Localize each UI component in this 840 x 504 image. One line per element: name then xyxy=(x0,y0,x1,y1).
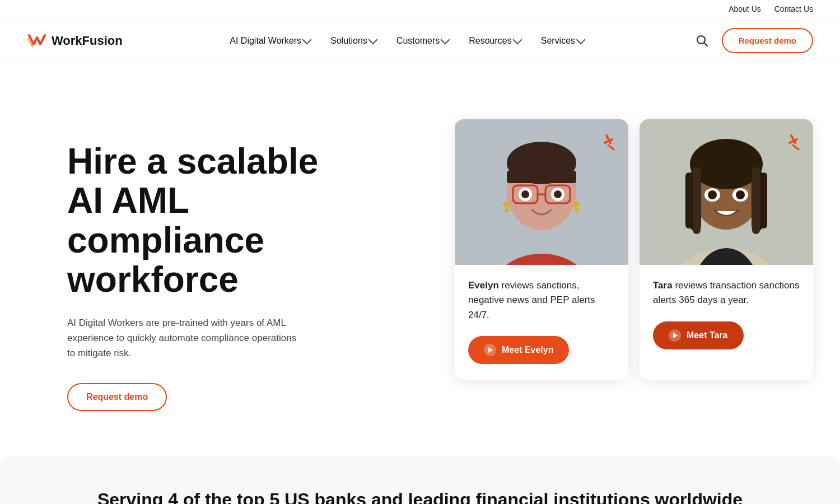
svg-point-39 xyxy=(708,190,717,199)
about-us-link[interactable]: About Us xyxy=(729,4,761,13)
search-icon xyxy=(696,35,708,47)
sparks-decoration-tara xyxy=(772,133,800,163)
hero-cards: Evelyn reviews sanctions, negative news … xyxy=(370,108,813,380)
top-bar: About Us Contact Us xyxy=(0,0,840,18)
logo-text: WorkFusion xyxy=(52,34,123,48)
svg-line-4 xyxy=(608,145,614,150)
play-triangle-tara xyxy=(673,333,678,338)
logo[interactable]: WorkFusion xyxy=(27,31,123,51)
nav-label-ai-digital-workers: AI Digital Workers xyxy=(230,36,301,46)
bottom-title: Serving 4 of the top 5 US banks and lead… xyxy=(27,489,813,504)
svg-rect-35 xyxy=(685,172,692,228)
svg-point-21 xyxy=(574,208,578,213)
chevron-down-icon xyxy=(368,35,377,45)
svg-point-16 xyxy=(521,190,529,198)
chevron-down-icon xyxy=(512,35,522,45)
chevron-down-icon xyxy=(302,35,312,45)
nav-label-resources: Resources xyxy=(469,36,511,46)
tara-description: Tara reviews transaction sanctions alert… xyxy=(653,278,800,308)
bottom-section: Serving 4 of the top 5 US banks and lead… xyxy=(0,456,840,504)
svg-point-40 xyxy=(736,190,745,199)
nav-links: AI Digital Workers Solutions Customers R… xyxy=(222,31,592,50)
svg-rect-10 xyxy=(507,171,576,183)
nav-label-solutions: Solutions xyxy=(330,36,367,46)
chevron-down-icon xyxy=(576,35,586,45)
hero-subtitle: AI Digital Workers are pre-trained with … xyxy=(67,315,302,361)
play-icon xyxy=(484,344,496,356)
evelyn-name: Evelyn xyxy=(468,280,499,291)
svg-rect-34 xyxy=(752,167,760,234)
svg-point-19 xyxy=(505,208,509,213)
tara-card-content: Tara reviews transaction sanctions alert… xyxy=(640,265,813,365)
hero-section: Hire a scalable AI AML compliance workfo… xyxy=(0,63,840,445)
hero-cta-button[interactable]: Request demo xyxy=(67,383,167,411)
spark-icon xyxy=(587,133,615,161)
request-demo-nav-button[interactable]: Request demo xyxy=(722,28,813,53)
nav-right: Request demo xyxy=(692,28,813,53)
svg-rect-32 xyxy=(693,167,701,234)
meet-evelyn-label: Meet Evelyn xyxy=(502,345,553,355)
tara-image xyxy=(640,119,813,265)
tara-name: Tara xyxy=(653,280,673,291)
main-nav: WorkFusion AI Digital Workers Solutions … xyxy=(0,18,840,63)
logo-icon xyxy=(27,31,47,51)
meet-tara-button[interactable]: Meet Tara xyxy=(653,321,744,349)
meet-evelyn-button[interactable]: Meet Evelyn xyxy=(468,336,569,364)
contact-us-link[interactable]: Contact Us xyxy=(774,4,813,13)
worker-card-evelyn: Evelyn reviews sanctions, negative news … xyxy=(455,119,628,380)
evelyn-description: Evelyn reviews sanctions, negative news … xyxy=(468,278,615,323)
hero-left: Hire a scalable AI AML compliance workfo… xyxy=(67,108,347,411)
worker-card-tara: Tara reviews transaction sanctions alert… xyxy=(640,119,813,380)
nav-item-services[interactable]: Services xyxy=(533,31,592,50)
nav-label-customers: Customers xyxy=(396,36,440,46)
nav-item-ai-digital-workers[interactable]: AI Digital Workers xyxy=(222,31,318,50)
meet-tara-label: Meet Tara xyxy=(687,330,728,340)
hero-title: Hire a scalable AI AML compliance workfo… xyxy=(67,142,347,300)
svg-line-1 xyxy=(704,43,707,46)
nav-item-solutions[interactable]: Solutions xyxy=(323,31,384,50)
nav-item-resources[interactable]: Resources xyxy=(461,31,528,50)
play-icon-tara xyxy=(669,329,681,342)
evelyn-image xyxy=(455,119,628,265)
sparks-decoration xyxy=(587,133,615,163)
nav-label-services: Services xyxy=(541,36,575,46)
search-button[interactable] xyxy=(692,30,713,52)
play-triangle xyxy=(488,347,493,353)
svg-line-24 xyxy=(793,145,799,150)
spark-icon xyxy=(772,133,800,161)
svg-point-18 xyxy=(503,201,510,208)
svg-point-20 xyxy=(573,201,580,208)
tara-description-rest: reviews transaction sanctions alerts 365… xyxy=(653,280,799,305)
nav-item-customers[interactable]: Customers xyxy=(389,31,456,50)
svg-point-17 xyxy=(554,190,562,198)
evelyn-card-content: Evelyn reviews sanctions, negative news … xyxy=(455,265,628,380)
svg-rect-36 xyxy=(760,172,767,228)
chevron-down-icon xyxy=(441,35,450,45)
